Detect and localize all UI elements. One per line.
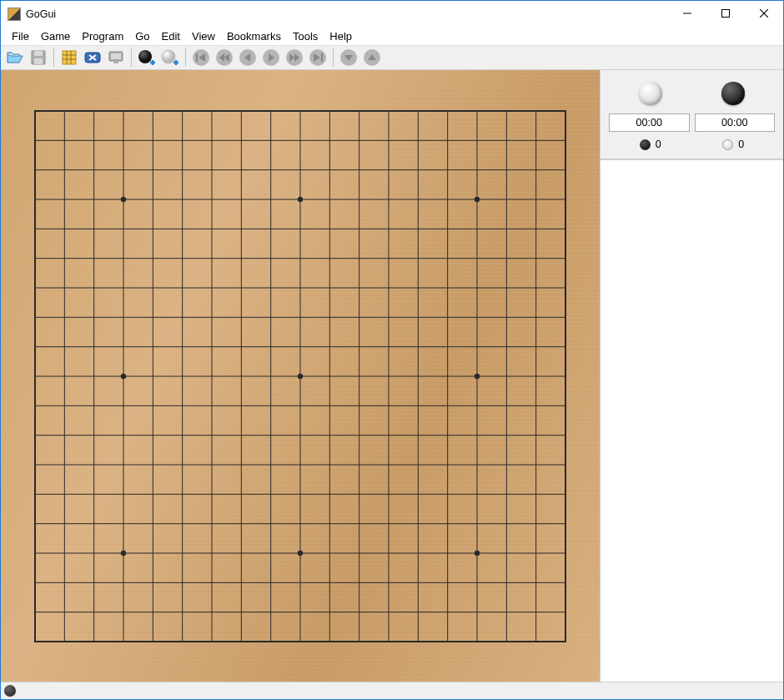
minimize-button[interactable] — [668, 1, 706, 26]
svg-point-75 — [121, 550, 126, 555]
nav-down-button[interactable] — [338, 47, 359, 68]
nav-next10-icon — [285, 48, 304, 67]
minimize-icon — [683, 9, 691, 18]
svg-rect-16 — [111, 53, 121, 59]
delete-icon — [83, 48, 102, 67]
menubar: File Game Program Go Edit View Bookmarks… — [1, 27, 783, 45]
enter-move-white-button[interactable] — [159, 47, 181, 68]
svg-point-79 — [475, 196, 480, 201]
toolbar-separator — [53, 48, 54, 67]
sidebar: 00:00 00:00 0 0 — [600, 70, 783, 682]
player-stone-row — [609, 77, 775, 110]
menu-view[interactable]: View — [186, 28, 221, 44]
svg-point-81 — [475, 550, 480, 555]
save-button[interactable] — [28, 47, 49, 68]
game-tree-panel[interactable] — [601, 159, 783, 682]
nav-down-icon — [339, 48, 358, 67]
black-prisoner-icon — [640, 139, 651, 150]
svg-point-77 — [298, 373, 303, 378]
nav-next-icon — [262, 48, 280, 67]
svg-point-74 — [121, 373, 126, 378]
save-disabled-icon — [29, 48, 48, 67]
delete-button[interactable] — [82, 47, 103, 68]
nav-first-button[interactable] — [190, 47, 212, 68]
nav-first-icon — [192, 48, 210, 67]
nav-up-button[interactable] — [361, 47, 383, 68]
open-button[interactable] — [4, 47, 26, 68]
black-captures-count: 0 — [738, 138, 744, 150]
window-title: GoGui — [26, 8, 668, 20]
white-stone-plus-icon — [161, 48, 179, 67]
app-window: GoGui File Game Program Go Edit View Boo… — [0, 0, 784, 700]
menu-game[interactable]: Game — [35, 28, 76, 44]
toolbar-separator — [185, 48, 186, 67]
content-area: 00:00 00:00 0 0 — [1, 70, 783, 682]
nav-prev10-icon — [215, 48, 234, 67]
menu-tools[interactable]: Tools — [287, 28, 324, 44]
toolbar — [1, 45, 783, 70]
menu-program[interactable]: Program — [76, 28, 129, 44]
to-move-indicator-icon — [4, 685, 16, 697]
close-button[interactable] — [745, 1, 783, 26]
nav-last-icon — [309, 48, 327, 67]
nav-next-button[interactable] — [260, 47, 282, 68]
white-player-stone-icon — [639, 82, 662, 105]
nav-prev-icon — [239, 48, 257, 67]
info-panel: 00:00 00:00 0 0 — [601, 70, 783, 159]
window-controls — [668, 1, 783, 27]
new-game-button[interactable] — [58, 47, 80, 68]
toolbar-separator — [131, 48, 132, 67]
white-prisoner-icon — [722, 139, 733, 150]
folder-open-icon — [6, 48, 24, 67]
white-captures: 0 — [640, 138, 661, 150]
new-board-icon — [60, 48, 78, 67]
go-board[interactable] — [17, 93, 584, 660]
enter-move-black-button[interactable] — [136, 47, 158, 68]
svg-point-18 — [138, 50, 152, 63]
svg-point-21 — [162, 50, 175, 63]
black-stone-plus-icon — [138, 48, 156, 67]
app-icon — [8, 8, 21, 21]
menu-help[interactable]: Help — [324, 28, 358, 44]
black-captures: 0 — [722, 138, 744, 150]
svg-rect-25 — [196, 53, 198, 62]
nav-next10-button[interactable] — [284, 47, 305, 68]
maximize-button[interactable] — [706, 1, 745, 26]
board-grid — [17, 93, 584, 660]
board-area — [1, 70, 600, 682]
statusbar — [1, 682, 783, 699]
black-player-stone-icon — [721, 82, 745, 105]
toolbar-separator — [333, 48, 334, 67]
svg-point-78 — [298, 550, 303, 555]
black-clock: 00:00 — [695, 113, 776, 132]
white-captures-count: 0 — [656, 138, 661, 150]
svg-rect-6 — [34, 58, 43, 64]
close-icon — [760, 9, 768, 18]
svg-rect-17 — [113, 61, 118, 63]
attach-program-button[interactable] — [105, 47, 127, 68]
clock-row: 00:00 00:00 — [609, 113, 775, 132]
svg-rect-1 — [722, 10, 730, 18]
monitor-disabled-icon — [107, 48, 125, 67]
maximize-icon — [721, 9, 730, 18]
menu-go[interactable]: Go — [129, 28, 155, 44]
capture-row: 0 0 — [609, 138, 775, 150]
svg-point-73 — [121, 196, 126, 201]
nav-prev-button[interactable] — [237, 47, 259, 68]
nav-up-icon — [363, 48, 381, 67]
titlebar: GoGui — [1, 1, 783, 27]
svg-point-76 — [298, 196, 303, 201]
menu-file[interactable]: File — [6, 28, 35, 44]
svg-rect-7 — [63, 51, 76, 64]
svg-rect-31 — [321, 53, 323, 62]
svg-point-80 — [475, 373, 480, 378]
svg-rect-5 — [34, 51, 43, 56]
nav-prev10-button[interactable] — [214, 47, 235, 68]
menu-edit[interactable]: Edit — [156, 28, 186, 44]
nav-last-button[interactable] — [307, 47, 329, 68]
white-clock: 00:00 — [609, 113, 690, 132]
menu-bookmarks[interactable]: Bookmarks — [221, 28, 287, 44]
